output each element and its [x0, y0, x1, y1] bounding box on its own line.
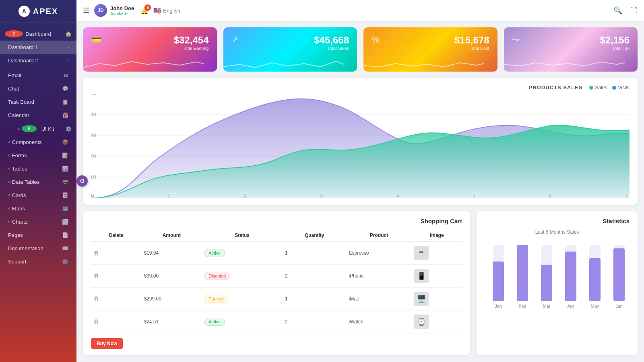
- delete-icon[interactable]: 🗑: [93, 296, 99, 302]
- product-image: ⌚: [414, 315, 429, 329]
- quantity-cell: 1: [283, 242, 347, 265]
- calendar-icon: 📅: [62, 112, 68, 118]
- chart-title: PRODUCTS SALES: [529, 84, 583, 90]
- svg-text:1: 1: [167, 193, 170, 198]
- settings-fab[interactable]: ⚙: [76, 175, 88, 187]
- sidebar-item-tables[interactable]: < Tables 📊: [0, 162, 76, 175]
- earning-icon: 💳: [91, 35, 102, 45]
- sidebar-item-charts[interactable]: < Charts 📉: [0, 215, 76, 228]
- sidebar-item-chat[interactable]: Chat 💬: [0, 82, 76, 95]
- components-icon: 📦: [62, 139, 68, 145]
- sidebar-item-calendar[interactable]: Calendar 📅: [0, 109, 76, 122]
- stat-top-sales: ↗ $45,668 Total Sales: [231, 35, 349, 51]
- shopping-cart-table: Delete Amount Status Quantity Product Im…: [91, 229, 462, 333]
- amount-cell: $19.94: [141, 242, 202, 265]
- legend-sales-dot: [589, 86, 593, 90]
- sidebar-item-maps[interactable]: < Maps 🗺️: [0, 202, 76, 215]
- svg-rect-30: [565, 251, 576, 301]
- shopping-cart-title: Shopping Cart: [91, 218, 462, 224]
- search-icon[interactable]: 🔍: [613, 6, 622, 15]
- svg-text:10: 10: [91, 175, 96, 180]
- cost-wave: [363, 56, 484, 72]
- sidebar-item-forms[interactable]: < Forms 📝: [0, 149, 76, 162]
- stat-card-cost: % $15,678 Total Cost: [363, 27, 497, 72]
- notification-bell[interactable]: 🔔 8: [140, 7, 149, 14]
- tax-label: Total Tax: [600, 46, 630, 51]
- svg-text:May: May: [591, 304, 599, 309]
- user-profile[interactable]: JD John Doe Available: [94, 4, 134, 17]
- image-cell: 📱: [412, 265, 462, 288]
- col-delete: Delete: [91, 229, 141, 242]
- svg-text:4: 4: [396, 193, 399, 198]
- sidebar-item-dashboard1[interactable]: Dashboard 1 ＋: [0, 41, 76, 54]
- email-label: Email: [8, 72, 64, 78]
- status-cell: Disabled: [202, 265, 283, 288]
- delete-icon[interactable]: 🗑: [93, 250, 99, 256]
- support-icon: ⚙️: [62, 259, 68, 265]
- svg-text:Feb: Feb: [519, 304, 526, 309]
- status-badge: Active: [204, 318, 225, 326]
- menu-toggle-icon[interactable]: ☰: [83, 6, 89, 15]
- dashboard1-label: Dashboard 1: [8, 44, 67, 50]
- svg-text:7: 7: [625, 193, 628, 198]
- language-selector[interactable]: 🇺🇸 English: [153, 7, 180, 14]
- col-product: Product: [346, 229, 411, 242]
- documentation-label: Documentation: [8, 245, 62, 251]
- col-image: Image: [412, 229, 462, 242]
- chat-icon: 💬: [62, 86, 68, 92]
- amount-cell: $24.51: [141, 311, 202, 333]
- datatables-icon: 🗃️: [62, 179, 68, 185]
- delete-cell: 🗑: [91, 311, 141, 333]
- uikit-badge: 6: [22, 125, 37, 132]
- chat-label: Chat: [8, 86, 62, 92]
- sidebar-item-datatables[interactable]: < Data Tables 🗃️: [0, 175, 76, 189]
- sidebar-item-support[interactable]: Support ⚙️: [0, 255, 76, 268]
- col-amount: Amount: [141, 229, 202, 242]
- svg-text:2: 2: [244, 193, 246, 198]
- shopping-cart-panel: Shopping Cart Delete Amount Status Quant…: [83, 211, 470, 355]
- sidebar-item-email[interactable]: Email ✉: [0, 69, 76, 82]
- cards-label: Cards: [12, 192, 62, 198]
- stats-row: 💳 $32,454 Total Earning ↗ $45,668 Total …: [83, 27, 638, 72]
- stat-card-tax: 〜 $2,156 Total Tax: [504, 27, 638, 72]
- product-image: 📱: [414, 269, 429, 283]
- table-row: 🗑 $99.00 Disabled 2 iPhone 📱: [91, 265, 462, 288]
- svg-text:Jan: Jan: [495, 304, 502, 309]
- delete-icon[interactable]: 🗑: [93, 319, 99, 325]
- status-badge: Active: [204, 249, 225, 257]
- user-info: John Doe Available: [110, 5, 134, 16]
- sidebar-item-taskboard[interactable]: Task Board 📋: [0, 95, 76, 109]
- tax-amount: $2,156: [600, 35, 630, 46]
- sidebar-item-components[interactable]: < Components 📦: [0, 136, 76, 149]
- statistics-title: Statistics: [485, 218, 630, 224]
- sidebar-item-dashboard2[interactable]: Dashboard 2 ＋: [0, 54, 76, 67]
- sidebar-item-cards[interactable]: < Cards 🃏: [0, 189, 76, 202]
- svg-text:5: 5: [473, 193, 475, 198]
- maps-icon: 🗺️: [62, 206, 68, 212]
- svg-text:20: 20: [91, 154, 96, 159]
- legend-visits-label: Visits: [618, 85, 630, 90]
- product-image: ☕: [414, 246, 429, 260]
- product-cell: iPhone: [346, 265, 411, 288]
- calendar-label: Calendar: [8, 112, 62, 118]
- earning-label: Total Earning: [174, 46, 209, 51]
- tax-wave: [504, 56, 625, 72]
- uikit-label: UI Kit: [39, 126, 54, 132]
- bar-chart: JanFebMarAprMayJun: [485, 239, 630, 311]
- charts-icon: 📉: [62, 219, 68, 225]
- fullscreen-icon[interactable]: ⛶: [630, 6, 638, 15]
- delete-cell: 🗑: [91, 242, 141, 265]
- sales-wave: [223, 56, 344, 72]
- legend-visits: Visits: [612, 85, 630, 90]
- charts-label: Charts: [12, 219, 62, 225]
- sidebar-item-dashboard[interactable]: 2 Dashboard 🏠: [0, 27, 76, 41]
- buy-now-button[interactable]: Buy Now: [91, 338, 123, 349]
- components-label: Components: [12, 139, 62, 145]
- quantity-cell: 2: [283, 311, 347, 333]
- sidebar-item-documentation[interactable]: Documentation 📖: [0, 242, 76, 255]
- sidebar-item-uikit[interactable]: < 6 UI Kit ⚙️: [0, 122, 76, 136]
- legend-visits-dot: [612, 86, 616, 90]
- dashboard-badge: 2: [5, 30, 23, 37]
- sidebar-item-pages[interactable]: Pages 📄: [0, 228, 76, 242]
- delete-icon[interactable]: 🗑: [93, 273, 99, 279]
